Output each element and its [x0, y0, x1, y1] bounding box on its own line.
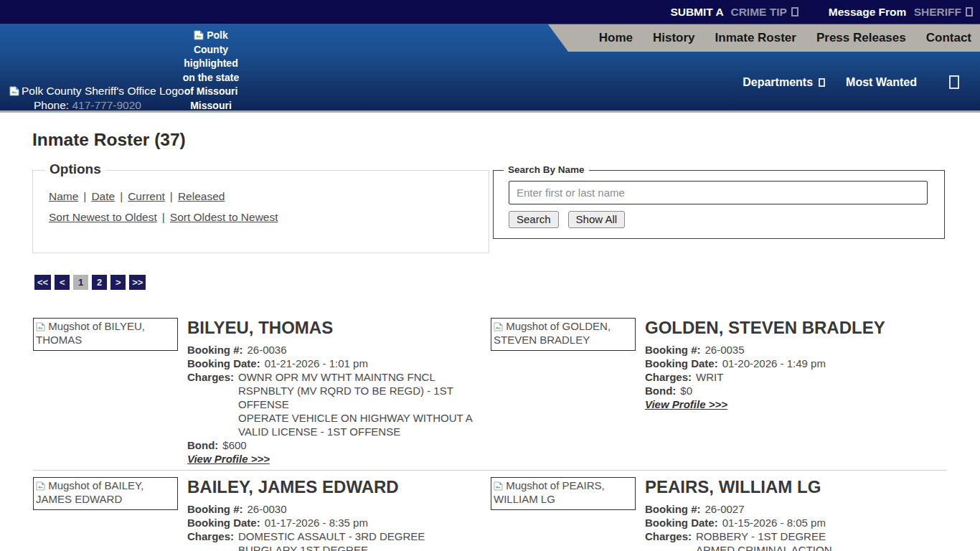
broken-image-icon [36, 481, 45, 491]
nav-contact[interactable]: Contact [926, 31, 971, 45]
booking-date-value: 01-15-2026 - 8:05 pm [722, 516, 826, 529]
booking-date-value: 01-17-2026 - 8:35 pm [265, 516, 368, 529]
inmate-entry: Mugshot of PEAIRS, WILLIAM LG PEAIRS, WI… [491, 477, 932, 551]
sort-newest-link[interactable]: Sort Newest to Oldest [49, 211, 157, 223]
filter-name-link[interactable]: Name [49, 190, 78, 202]
mugshot-alt-text: Mugshot of BILYEU, THOMAS [36, 320, 145, 346]
inmate-entry: Mugshot of GOLDEN, STEVEN BRADLEY GOLDEN… [491, 318, 932, 411]
charge-item: OWNR OPR MV WTHT MAINTNG FNCL RSPNBLTY (… [238, 370, 474, 411]
page-prev-button[interactable]: < [55, 275, 70, 290]
charges-list: OWNR OPR MV WTHT MAINTNG FNCL RSPNBLTY (… [238, 370, 474, 438]
message-from-sheriff-link[interactable]: Message From SHERIFF [829, 6, 973, 19]
separator: | [162, 211, 165, 223]
county-seal-image: Polk County highlighted on the state of … [177, 29, 245, 113]
charges-label: Charges: [645, 370, 692, 384]
page-2-button[interactable]: 2 [92, 275, 107, 290]
page-1-button[interactable]: 1 [73, 275, 88, 290]
phone-line: Phone: 417-777-9020 [34, 99, 141, 112]
sort-links-row: Sort Newest to Oldest|Sort Oldest to New… [49, 211, 489, 224]
phone-number: 417-777-9020 [72, 99, 141, 111]
inmate-info: GOLDEN, STEVEN BRADLEY Booking #:26-0035… [645, 318, 932, 411]
separator: | [83, 190, 86, 202]
mugshot-broken-image: Mugshot of BAILEY, JAMES EDWARD [33, 477, 178, 510]
inmate-entry: Mugshot of BILYEU, THOMAS BILYEU, THOMAS… [33, 318, 474, 466]
seal-alt-line: Missouri [177, 99, 245, 113]
missing-glyph-icon [966, 7, 973, 17]
mugshot-alt-text: Mugshot of BAILEY, JAMES EDWARD [36, 479, 143, 505]
booking-num-label: Booking #: [187, 502, 243, 516]
broken-image-icon [194, 30, 204, 40]
inmate-roster-page: SUBMIT A CRIME TIP Message From SHERIFF … [0, 0, 980, 551]
charges-list: WRIT [696, 370, 932, 384]
inmate-name: BILYEU, THOMAS [187, 318, 474, 338]
bond-value: $0 [680, 384, 692, 397]
sort-oldest-link[interactable]: Sort Oldest to Newest [170, 211, 278, 223]
mugshot-broken-image: Mugshot of PEAIRS, WILLIAM LG [491, 477, 636, 510]
filter-date-link[interactable]: Date [91, 190, 115, 202]
booking-num-value: 26-0027 [705, 502, 745, 516]
bond-label: Bond: [187, 438, 218, 452]
submit-crime-tip-link[interactable]: SUBMIT A CRIME TIP [670, 6, 798, 19]
filter-links-row: Name|Date|Current|Released [49, 190, 489, 203]
nav-departments[interactable]: Departments [743, 76, 825, 89]
charges-label: Charges: [645, 529, 692, 551]
page-title: Inmate Roster (37) [32, 130, 186, 150]
top-utility-bar: SUBMIT A CRIME TIP Message From SHERIFF [0, 0, 980, 24]
message-from-text: Message From [829, 6, 910, 19]
options-panel: Options Name|Date|Current|Released Sort … [32, 170, 489, 253]
page-last-button[interactable]: >> [129, 275, 146, 290]
search-toggle-icon[interactable] [949, 75, 959, 89]
bond-label: Bond: [645, 384, 676, 397]
search-input[interactable] [509, 181, 928, 204]
booking-date-label: Booking Date: [187, 516, 260, 529]
broken-image-icon [36, 322, 45, 331]
charge-item: BURGLARY 1ST DEGREE [238, 543, 474, 551]
seal-alt-line: Polk [207, 29, 228, 41]
mugshot-alt-text: Mugshot of PEAIRS, WILLIAM LG [494, 479, 605, 505]
show-all-button[interactable]: Show All [568, 211, 626, 228]
booking-date-label: Booking Date: [645, 516, 718, 529]
dropdown-caret-icon [819, 78, 825, 87]
separator: | [170, 190, 173, 202]
charge-item: ARMED CRIMINAL ACTION [696, 543, 932, 551]
sheriff-text: SHERIFF [914, 6, 961, 19]
filter-released-link[interactable]: Released [178, 190, 225, 202]
booking-num-value: 26-0030 [248, 502, 287, 516]
nav-most-wanted[interactable]: Most Wanted [846, 76, 917, 89]
filter-current-link[interactable]: Current [128, 190, 165, 202]
charges-list: ROBBERY - 1ST DEGREE ARMED CRIMINAL ACTI… [696, 529, 932, 551]
mugshot-broken-image: Mugshot of GOLDEN, STEVEN BRADLEY [491, 318, 636, 351]
page-next-button[interactable]: > [110, 275, 126, 290]
inmate-info: PEAIRS, WILLIAM LG Booking #:26-0027 Boo… [645, 477, 932, 551]
nav-history[interactable]: History [653, 31, 695, 45]
submit-a-text: SUBMIT A [670, 6, 726, 19]
booking-date-label: Booking Date: [187, 357, 260, 370]
charges-label: Charges: [187, 370, 234, 438]
booking-num-label: Booking #: [187, 343, 243, 357]
inmate-name: GOLDEN, STEVEN BRADLEY [645, 318, 932, 338]
view-profile-link[interactable]: View Profile >>> [187, 453, 270, 465]
charges-label: Charges: [187, 529, 234, 551]
crime-tip-text: CRIME TIP [730, 6, 786, 19]
nav-inmate-roster[interactable]: Inmate Roster [715, 31, 796, 45]
seal-alt-line: of Missouri [177, 85, 245, 99]
seal-alt-line: on the state [177, 71, 245, 85]
inmate-info: BILYEU, THOMAS Booking #:26-0036 Booking… [187, 318, 474, 466]
booking-date-value: 01-20-2026 - 1:49 pm [722, 357, 826, 370]
booking-date-label: Booking Date: [645, 357, 718, 370]
charge-item: OPERATE VEHICLE ON HIGHWAY WITHOUT A VAL… [238, 411, 474, 438]
nav-press-releases[interactable]: Press Releases [816, 31, 906, 45]
phone-label: Phone: [34, 99, 72, 111]
departments-label: Departments [743, 76, 813, 89]
view-profile-link[interactable]: View Profile >>> [645, 398, 727, 410]
site-header: Home History Inmate Roster Press Release… [0, 24, 980, 113]
site-logo[interactable]: Polk County Sheriff's Office Logo [9, 85, 184, 98]
charge-item: WRIT [696, 370, 932, 384]
nav-home[interactable]: Home [599, 31, 633, 45]
search-button[interactable]: Search [509, 211, 559, 228]
page-first-button[interactable]: << [34, 275, 51, 290]
missing-glyph-icon [791, 7, 798, 17]
inmate-name: BAILEY, JAMES EDWARD [187, 477, 474, 497]
inmate-entry: Mugshot of BAILEY, JAMES EDWARD BAILEY, … [33, 477, 474, 551]
broken-image-icon [9, 86, 19, 96]
